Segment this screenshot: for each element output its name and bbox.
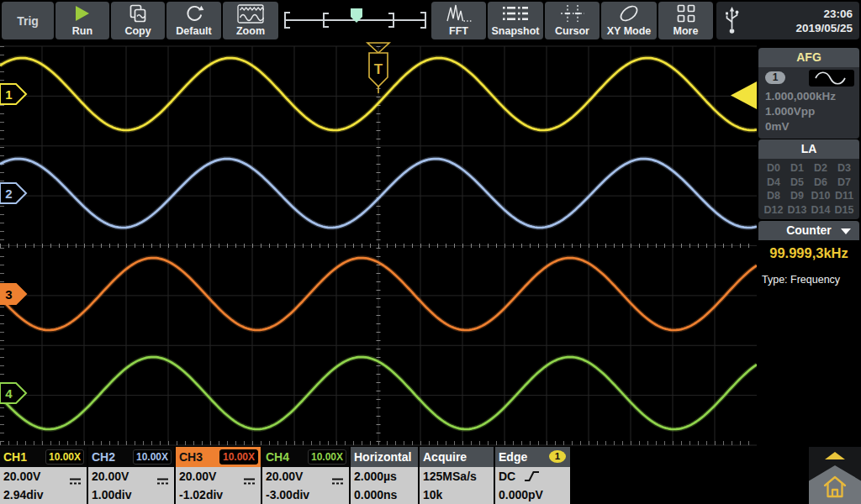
trigger-level: 0.000pV [499, 486, 568, 504]
usb-icon [724, 6, 740, 36]
ch2-probe-badge: 10.00X [133, 449, 172, 465]
channel-label-2[interactable]: 2 [0, 183, 26, 203]
trig-button[interactable]: Trig [2, 2, 54, 39]
channel-label-4[interactable]: 4 [0, 383, 26, 403]
ch2-status-block[interactable]: CH2 10.00X 20.00V 1.00div [88, 447, 174, 504]
snapshot-list-icon [502, 2, 529, 25]
clock-date: 2019/05/25 [795, 21, 853, 35]
ch1-name: CH1 [3, 447, 27, 467]
more-button[interactable]: More [658, 2, 713, 39]
timebase-overview-bar[interactable] [280, 0, 430, 41]
la-channel: D8 [762, 190, 785, 202]
zoom-waveform-icon [237, 2, 264, 25]
home-icon [822, 474, 848, 504]
afg-channel-badge: 1 [765, 71, 785, 84]
ch4-scale: 20.00V [266, 470, 303, 483]
ch2-name: CH2 [92, 447, 115, 467]
cursor-button[interactable]: Cursor [545, 2, 600, 39]
clock-time: 23:06 [795, 7, 853, 21]
acquire-status-block[interactable]: Acquire 125MSa/s 10k [420, 447, 494, 504]
xy-mode-ellipse-icon [617, 2, 641, 25]
default-reset-icon [184, 2, 204, 25]
counter-title: Counter [786, 223, 832, 237]
trigger-coupling: DC [499, 470, 515, 483]
svg-text:4: 4 [5, 386, 13, 401]
snapshot-button[interactable]: Snapshot [488, 2, 543, 39]
more-grid-icon [677, 2, 695, 25]
home-button[interactable] [809, 447, 861, 504]
ch2-position: 1.00div [92, 486, 172, 504]
trig-button-label: Trig [17, 15, 39, 27]
ch4-probe-badge: 10.00X [308, 449, 346, 465]
copy-icon [128, 2, 148, 25]
chevron-up-icon[interactable] [825, 452, 845, 459]
ch1-status-block[interactable]: CH1 10.00X 20.00V 2.94div [0, 447, 87, 504]
cursor-crosshair-icon [560, 2, 585, 25]
default-button-label: Default [176, 25, 211, 37]
svg-text:T: T [374, 61, 383, 77]
ch2-scale: 20.00V [92, 470, 129, 483]
afg-offset: 0mV [765, 120, 790, 133]
trigger-title: Edge [499, 447, 527, 467]
la-channel: D0 [762, 162, 785, 174]
ch1-position: 2.94div [3, 486, 85, 504]
horizontal-status-block[interactable]: Horizontal 2.000µs 0.000ns [351, 447, 418, 504]
fft-spectrum-icon [446, 2, 473, 25]
horizontal-timebase: 2.000µs [354, 467, 416, 486]
horizontal-title: Horizontal [354, 447, 411, 467]
run-button-label: Run [72, 25, 92, 37]
acquire-memory-depth: 10k [423, 486, 492, 504]
trigger-level-marker[interactable] [731, 81, 757, 109]
la-channel: D1 [785, 162, 809, 174]
afg-frequency: 1.000,000kHz [765, 90, 836, 102]
clock-panel[interactable]: 23:06 2019/05/25 [716, 2, 859, 39]
chevron-down-icon [841, 228, 851, 234]
run-button[interactable]: Run [55, 2, 109, 39]
fft-button[interactable]: FFT [431, 2, 486, 39]
ch1-probe-badge: 10.00X [45, 449, 84, 465]
svg-text:1: 1 [5, 87, 12, 102]
afg-panel-header[interactable]: AFG [758, 48, 859, 67]
la-panel-header[interactable]: LA [758, 139, 859, 159]
counter-panel-header[interactable]: Counter [758, 221, 859, 240]
xy-mode-button[interactable]: XY Mode [601, 2, 657, 39]
afg-panel-body[interactable]: 1 1.000,000kHz 1.000Vpp 0mV [758, 67, 859, 139]
fft-button-label: FFT [449, 25, 468, 37]
channel-label-1[interactable]: 1 [0, 84, 26, 104]
ch3-probe-badge: 10.00X [219, 449, 258, 465]
ch3-scale: 20.00V [179, 470, 216, 483]
la-channel: D15 [832, 204, 856, 216]
ch3-status-block[interactable]: CH3 10.00X 20.00V -1.02div [176, 447, 261, 504]
channel-label-3[interactable]: 3 [0, 284, 26, 304]
svg-text:2: 2 [5, 186, 12, 201]
copy-button[interactable]: Copy [111, 2, 165, 39]
ch4-name: CH4 [266, 447, 289, 467]
la-channel: D6 [809, 176, 832, 188]
status-bar: CH1 10.00X 20.00V 2.94div CH2 10.00X 20.… [0, 447, 861, 504]
afg-amplitude: 1.000Vpp [765, 105, 815, 118]
ch4-position: -3.00div [266, 486, 347, 504]
zoom-button[interactable]: Zoom [223, 2, 278, 39]
ch1-scale: 20.00V [3, 470, 40, 483]
ch3-position: -1.02div [179, 486, 259, 504]
la-channel: D12 [762, 204, 785, 216]
counter-type: Type: Frequency [762, 274, 840, 286]
afg-sine-waveform-icon [809, 70, 854, 87]
la-channel: D9 [785, 190, 809, 202]
la-channel: D14 [809, 204, 832, 216]
la-title: LA [801, 142, 817, 155]
default-button[interactable]: Default [166, 2, 221, 39]
la-channel: D4 [762, 176, 785, 188]
la-channel: D3 [832, 162, 856, 174]
waveform-display[interactable]: 1234T [0, 42, 757, 447]
copy-button-label: Copy [124, 25, 151, 37]
acquire-title: Acquire [423, 447, 467, 467]
acquire-sample-rate: 125MSa/s [423, 467, 492, 486]
la-channel: D2 [809, 162, 832, 174]
ch4-status-block[interactable]: CH4 10.00X 20.00V -3.00div [262, 447, 349, 504]
top-toolbar: Trig Run Copy Default [0, 0, 861, 42]
la-panel-body[interactable]: D0 D1 D2 D3 D4 D5 D6 D7 D8 D9 D10 D11 D1… [758, 159, 859, 219]
trigger-status-block[interactable]: Edge 1 DC 0.000pV [495, 447, 570, 504]
zoom-button-label: Zoom [236, 25, 265, 37]
afg-title: AFG [796, 50, 821, 64]
